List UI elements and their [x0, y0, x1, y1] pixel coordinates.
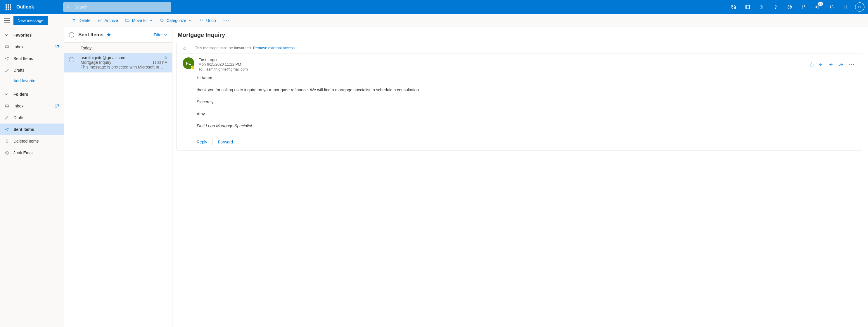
chevron-down-icon	[164, 33, 167, 36]
archive-label: Archive	[104, 18, 118, 23]
diagnostics-icon[interactable]	[839, 0, 853, 14]
message-subject: Mortgage Inquiry	[81, 60, 150, 65]
fav-inbox-label: Inbox	[13, 45, 55, 49]
suite-header: Outlook 19 FL	[0, 0, 868, 14]
lock-icon	[183, 46, 187, 50]
search-input[interactable]	[74, 4, 168, 10]
reply-button[interactable]	[816, 60, 826, 69]
more-actions-button[interactable]	[846, 60, 856, 69]
skype-icon[interactable]	[726, 0, 741, 14]
message-select-toggle[interactable]	[69, 57, 74, 62]
fav-inbox[interactable]: Inbox 17	[0, 41, 64, 53]
notes-icon[interactable]	[741, 0, 754, 14]
message-actions	[806, 57, 856, 72]
archive-button[interactable]: Archive	[94, 14, 122, 27]
settings-icon[interactable]	[754, 0, 769, 14]
svg-rect-18	[184, 48, 186, 49]
fav-drafts-label: Drafts	[13, 68, 59, 73]
reading-pane: Mortgage Inquiry This message can't be f…	[173, 27, 868, 327]
svg-rect-14	[98, 19, 101, 20]
folder-move-icon	[125, 18, 130, 23]
whats-new-icon[interactable]: 19	[811, 0, 825, 14]
archive-icon	[97, 18, 102, 23]
sender-avatar[interactable]: FL	[183, 57, 194, 69]
forward-link[interactable]: Forward	[218, 140, 233, 144]
undo-icon	[199, 18, 204, 23]
svg-rect-5	[746, 5, 749, 9]
fld-junk-label: Junk Email	[13, 151, 59, 155]
message-summary: asmithignite@gmail.com Mortgage Inquiry …	[81, 55, 167, 70]
list-group-today: Today	[64, 43, 172, 53]
select-all-toggle[interactable]	[69, 32, 74, 37]
favorite-star-icon[interactable]: ★	[106, 32, 111, 38]
presence-indicator	[191, 65, 195, 70]
banner-text: This message can't be forwarded.	[195, 46, 252, 50]
message-from: asmithignite@gmail.com	[81, 55, 164, 60]
reply-all-button[interactable]	[826, 60, 836, 69]
nav-toggle-icon[interactable]	[2, 16, 12, 25]
brand-label[interactable]: Outlook	[17, 4, 34, 10]
folders-section[interactable]: Folders	[0, 88, 64, 100]
fld-deleted-label: Deleted Items	[13, 139, 59, 143]
move-to-button[interactable]: Move to	[122, 14, 156, 27]
delete-button[interactable]: Delete	[68, 14, 94, 27]
message-item[interactable]: asmithignite@gmail.com Mortgage Inquiry …	[64, 53, 172, 73]
tag-icon	[160, 18, 164, 23]
svg-point-9	[789, 6, 789, 7]
categorize-button[interactable]: Categorize	[156, 14, 196, 27]
lock-icon	[164, 55, 167, 60]
body-signature: First Logo Mortgage Specialist	[197, 123, 845, 129]
message-time: 11:22 PM	[153, 61, 167, 65]
fld-sent[interactable]: Sent Items	[0, 124, 64, 135]
fld-inbox[interactable]: Inbox 17	[0, 100, 64, 112]
svg-line-1	[69, 8, 70, 8]
like-button[interactable]	[806, 60, 816, 69]
message-body: Hi Adam, thank you for calling us to inq…	[177, 72, 862, 129]
svg-point-10	[790, 6, 790, 7]
fld-drafts[interactable]: Drafts	[0, 112, 64, 124]
flag-icon[interactable]	[797, 0, 811, 14]
message-list-pane: Sent Items ★ Filter Today asmithignite@g…	[64, 27, 173, 327]
more-commands-button[interactable]	[219, 20, 232, 21]
to-value: asmithignite@gmail.com	[206, 67, 248, 72]
chevron-down-icon	[5, 33, 8, 37]
sent-datetime: Mon 6/15/2020 11:22 PM	[198, 62, 806, 66]
move-to-label: Move to	[132, 18, 147, 23]
new-message-button[interactable]: New message	[13, 16, 48, 25]
message-card: This message can't be forwarded. Remove …	[177, 42, 862, 151]
help-icon[interactable]	[769, 0, 783, 14]
search-box[interactable]	[63, 2, 171, 12]
inbox-icon	[5, 45, 9, 49]
sender-initials: FL	[186, 61, 191, 65]
add-favorite-link[interactable]: Add favorite	[0, 76, 64, 85]
fav-sent[interactable]: Sent Items	[0, 53, 64, 64]
to-label: To:	[198, 67, 204, 72]
fav-drafts[interactable]: Drafts	[0, 64, 64, 76]
app-launcher-icon[interactable]	[1, 0, 15, 14]
svg-point-15	[161, 19, 161, 20]
chevron-down-icon	[5, 92, 8, 96]
remove-access-link[interactable]: Remove external access	[253, 46, 294, 50]
account-avatar[interactable]: FL	[855, 2, 865, 12]
whats-new-badge: 19	[818, 2, 823, 6]
command-bar: New message Delete Archive Move to Categ…	[0, 14, 868, 27]
favorites-section[interactable]: Favorites	[0, 29, 64, 41]
svg-point-8	[787, 5, 792, 9]
fld-junk[interactable]: Junk Email	[0, 147, 64, 159]
reply-link[interactable]: Reply	[197, 140, 207, 144]
fld-deleted[interactable]: Deleted Items	[0, 135, 64, 147]
fld-inbox-count: 17	[55, 104, 59, 108]
main-area: Favorites Inbox 17 Sent Items Drafts Add…	[0, 27, 868, 327]
reply-forward-row: Reply Forward	[177, 135, 862, 150]
emoji-icon[interactable]	[783, 0, 797, 14]
forward-button-icon[interactable]	[836, 60, 846, 69]
send-icon	[5, 56, 9, 61]
reading-subject: Mortgage Inquiry	[178, 32, 861, 38]
undo-button[interactable]: Undo	[195, 14, 219, 27]
svg-rect-17	[165, 57, 166, 59]
trash-icon	[5, 139, 9, 143]
body-paragraph: thank you for calling us to inquire on y…	[197, 87, 845, 93]
svg-point-0	[67, 5, 69, 8]
filter-button[interactable]: Filter	[154, 32, 167, 37]
notifications-icon[interactable]	[825, 0, 839, 14]
